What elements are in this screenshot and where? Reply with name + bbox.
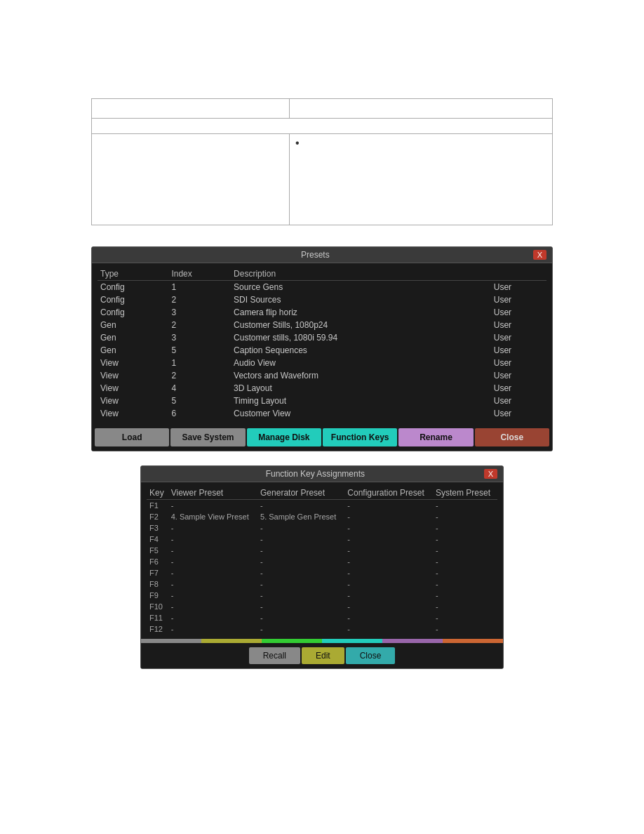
fka-generator: -	[257, 534, 344, 545]
fka-row[interactable]: F5 - - - -	[147, 545, 497, 556]
preset-description: Vectors and Waveform	[231, 369, 491, 382]
top-table: •	[91, 98, 553, 225]
presets-close-btn2[interactable]: Close	[475, 428, 549, 446]
preset-row[interactable]: View 4 3D Layout User	[98, 382, 546, 395]
fka-system: -	[433, 534, 497, 545]
fka-config: -	[344, 590, 433, 601]
preset-row[interactable]: View 1 Audio View User	[98, 357, 546, 369]
fka-key: F11	[147, 612, 168, 623]
fka-close-button[interactable]: X	[484, 469, 497, 479]
fka-system: -	[433, 545, 497, 556]
preset-label: User	[491, 281, 546, 294]
fka-generator: -	[257, 556, 344, 567]
recall-button[interactable]: Recall	[249, 647, 300, 664]
fka-system: -	[433, 522, 497, 534]
preset-description: Camera flip horiz	[231, 306, 491, 319]
fka-generator: -	[257, 500, 344, 512]
preset-type: View	[98, 369, 168, 382]
fka-viewer: -	[168, 623, 257, 635]
fka-key: F10	[147, 601, 168, 612]
fka-titlebar: Function Key Assignments X	[141, 466, 503, 482]
fka-buttons-bar: Recall Edit Close	[141, 643, 503, 668]
preset-row[interactable]: View 6 Customer View User	[98, 407, 546, 420]
preset-row[interactable]: View 5 Timing Layout User	[98, 395, 546, 407]
fka-row[interactable]: F12 - - - -	[147, 623, 497, 635]
fka-viewer: -	[168, 534, 257, 545]
preset-label: User	[491, 306, 546, 319]
preset-type: Gen	[98, 344, 168, 357]
preset-index: 2	[168, 319, 231, 331]
fka-content: Key Viewer Preset Generator Preset Confi…	[141, 482, 503, 639]
fka-generator: -	[257, 545, 344, 556]
fka-row[interactable]: F11 - - - -	[147, 612, 497, 623]
fka-viewer: -	[168, 612, 257, 623]
rename-button[interactable]: Rename	[398, 428, 473, 446]
presets-close-button[interactable]: X	[533, 250, 546, 260]
presets-header-row: Type Index Description	[98, 267, 546, 281]
fka-system: -	[433, 601, 497, 612]
fka-key: F5	[147, 545, 168, 556]
preset-row[interactable]: Config 3 Camera flip horiz User	[98, 306, 546, 319]
color-bar-segment	[322, 639, 382, 643]
fka-system: -	[433, 500, 497, 512]
color-bar-segment	[141, 639, 201, 643]
presets-buttons-bar: Load Save System Manage Disk Function Ke…	[92, 424, 552, 451]
save-system-button[interactable]: Save System	[170, 428, 245, 446]
fka-row[interactable]: F9 - - - -	[147, 590, 497, 601]
edit-button[interactable]: Edit	[302, 647, 344, 664]
fka-row[interactable]: F10 - - - -	[147, 601, 497, 612]
col-index: Index	[168, 267, 231, 281]
fka-config: -	[344, 567, 433, 578]
presets-title: Presets	[98, 250, 533, 260]
fka-system: -	[433, 612, 497, 623]
color-bar-segment	[262, 639, 322, 643]
preset-label: User	[491, 331, 546, 344]
preset-row[interactable]: Config 1 Source Gens User	[98, 281, 546, 294]
fka-row[interactable]: F6 - - - -	[147, 556, 497, 567]
preset-row[interactable]: Config 2 SDI Sources User	[98, 293, 546, 306]
header-cell-1	[92, 99, 290, 119]
fka-row[interactable]: F3 - - - -	[147, 522, 497, 534]
preset-row[interactable]: Gen 3 Customer stills, 1080i 59.94 User	[98, 331, 546, 344]
fka-config: -	[344, 578, 433, 590]
fka-viewer: -	[168, 590, 257, 601]
fka-generator: -	[257, 567, 344, 578]
fka-config: -	[344, 556, 433, 567]
fka-system: -	[433, 578, 497, 590]
load-button[interactable]: Load	[95, 428, 169, 446]
fka-row[interactable]: F7 - - - -	[147, 567, 497, 578]
fka-viewer: -	[168, 522, 257, 534]
preset-index: 5	[168, 395, 231, 407]
function-keys-button[interactable]: Function Keys	[323, 428, 397, 446]
fka-generator: -	[257, 601, 344, 612]
preset-description: 3D Layout	[231, 382, 491, 395]
bullet-point: •	[295, 137, 300, 149]
preset-label: User	[491, 319, 546, 331]
fka-title: Function Key Assignments	[147, 469, 484, 479]
preset-label: User	[491, 382, 546, 395]
preset-index: 1	[168, 357, 231, 369]
preset-label: User	[491, 344, 546, 357]
manage-disk-button[interactable]: Manage Disk	[247, 428, 321, 446]
fka-viewer: -	[168, 578, 257, 590]
fka-row[interactable]: F2 4. Sample View Preset 5. Sample Gen P…	[147, 511, 497, 522]
preset-description: Timing Layout	[231, 395, 491, 407]
fka-key: F9	[147, 590, 168, 601]
fka-generator: -	[257, 590, 344, 601]
preset-row[interactable]: Gen 5 Caption Sequences User	[98, 344, 546, 357]
preset-index: 5	[168, 344, 231, 357]
fka-generator: 5. Sample Gen Preset	[257, 511, 344, 522]
fka-generator: -	[257, 623, 344, 635]
fka-row[interactable]: F4 - - - -	[147, 534, 497, 545]
preset-type: Config	[98, 306, 168, 319]
fka-row[interactable]: F8 - - - -	[147, 578, 497, 590]
preset-index: 3	[168, 331, 231, 344]
preset-row[interactable]: Gen 2 Customer Stills, 1080p24 User	[98, 319, 546, 331]
fka-viewer: -	[168, 601, 257, 612]
content-left	[92, 134, 290, 225]
fka-close-btn2[interactable]: Close	[346, 647, 396, 664]
preset-index: 4	[168, 382, 231, 395]
preset-row[interactable]: View 2 Vectors and Waveform User	[98, 369, 546, 382]
fka-config: -	[344, 612, 433, 623]
fka-row[interactable]: F1 - - - -	[147, 500, 497, 512]
